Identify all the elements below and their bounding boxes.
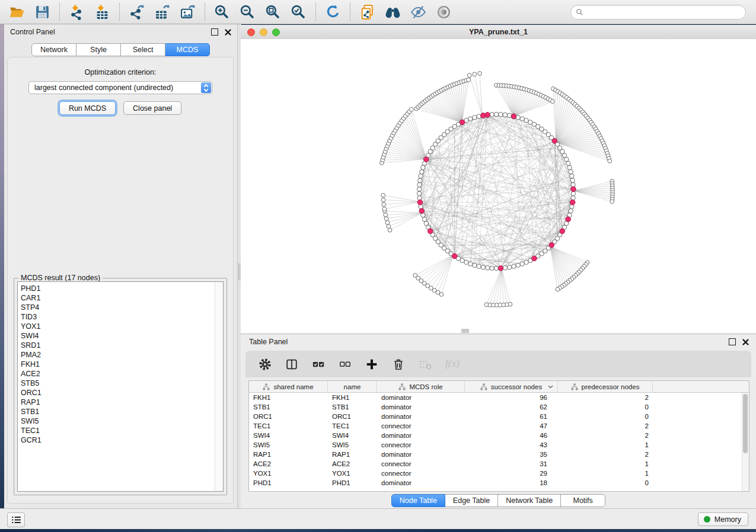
table-row[interactable]: ACE2ACE2connector311 (249, 459, 742, 469)
close-panel-icon[interactable] (225, 29, 231, 36)
close-table-panel-icon[interactable] (742, 339, 749, 345)
column-header-mcds-role[interactable]: MCDS role (377, 381, 465, 392)
table-row[interactable]: PHD1PHD1dominator180 (249, 478, 742, 488)
float-panel-icon[interactable] (211, 28, 218, 36)
maximize-window-icon[interactable] (272, 28, 280, 36)
search-network-icon[interactable] (385, 4, 401, 20)
export-image-icon[interactable] (180, 4, 196, 20)
mcds-result-item[interactable]: TEC1 (18, 426, 223, 435)
cell-successor-nodes: 35 (465, 451, 558, 458)
zoom-selected-icon[interactable] (291, 4, 307, 20)
canvas-scrollbar-handle[interactable] (461, 329, 469, 333)
column-header-predecessor-nodes[interactable]: predecessor nodes (558, 381, 653, 392)
minimize-window-icon[interactable] (260, 28, 267, 36)
mcds-result-item[interactable]: TID3 (18, 312, 223, 322)
tab-network-table[interactable]: Network Table (498, 494, 561, 507)
close-window-icon[interactable] (247, 28, 255, 36)
table-row[interactable]: TEC1TEC1connector472 (249, 421, 742, 431)
cell-mcds-role: dominator (377, 413, 465, 420)
cell-successor-nodes: 43 (465, 441, 558, 448)
mcds-result-item[interactable]: ACE2 (18, 369, 223, 379)
search-input[interactable] (583, 8, 741, 17)
import-network-icon[interactable] (69, 4, 85, 20)
refresh-icon[interactable] (325, 4, 341, 20)
search-box[interactable] (570, 5, 746, 20)
float-table-panel-icon[interactable] (729, 338, 736, 345)
tab-edge-table[interactable]: Edge Table (445, 494, 498, 507)
import-table-icon[interactable] (94, 4, 110, 20)
settings-icon[interactable] (259, 358, 272, 371)
column-layout-icon[interactable] (285, 358, 298, 371)
mcds-result-item[interactable]: ORC1 (18, 388, 223, 398)
table-scrollbar-thumb[interactable] (743, 394, 748, 453)
mcds-result-item[interactable]: PMA2 (18, 350, 223, 360)
table-row[interactable]: STB1STB1dominator620 (249, 402, 742, 412)
mcds-result-item[interactable]: SWI5 (18, 416, 223, 426)
tab-select[interactable]: Select (121, 43, 165, 56)
tab-style[interactable]: Style (76, 43, 121, 56)
close-panel-button[interactable]: Close panel (123, 101, 181, 115)
select-all-columns-icon[interactable] (312, 358, 325, 371)
tab-mcds[interactable]: MCDS (165, 43, 210, 56)
node-table: shared namenameMCDS rolesuccessor nodesp… (248, 380, 749, 492)
table-row[interactable]: RAP1RAP1dominator352 (249, 450, 742, 459)
column-label: shared name (273, 383, 313, 390)
tab-motifs[interactable]: Motifs (561, 494, 605, 507)
column-header-shared-name[interactable]: shared name (249, 381, 328, 392)
zoom-in-icon[interactable] (214, 4, 230, 20)
table-row[interactable]: YOX1YOX1connector291 (249, 469, 742, 478)
table-panel-tabs: Node TableEdge TableNetwork TableMotifs (241, 494, 756, 507)
mcds-result-item[interactable]: STB5 (18, 379, 223, 388)
table-row[interactable]: SWI4SWI4dominator462 (249, 431, 742, 440)
cell-name: STB1 (328, 403, 377, 411)
open-file-icon[interactable] (9, 4, 25, 20)
tab-network[interactable]: Network (31, 43, 76, 56)
toolbar-groups (0, 3, 461, 21)
table-row[interactable]: SWI5SWI5connector431 (249, 440, 742, 450)
mcds-result-list[interactable]: PHD1CAR1STP4TID3YOX1SWI4SRD1PMA2FKH1ACE2… (17, 281, 224, 492)
table-toolbar: f(x) (245, 351, 751, 377)
zoom-fit-icon[interactable] (265, 4, 281, 20)
clone-network-icon[interactable] (359, 4, 375, 20)
cell-predecessor-nodes: 2 (558, 432, 653, 439)
result-list-scrollbar[interactable] (215, 282, 223, 491)
mcds-result-item[interactable]: CAR1 (18, 293, 223, 303)
cell-name: ACE2 (328, 460, 377, 467)
add-column-icon[interactable] (365, 358, 378, 371)
cell-mcds-role: dominator (377, 432, 465, 439)
mcds-result-item[interactable]: SRD1 (18, 341, 223, 350)
zoom-out-icon[interactable] (240, 4, 256, 20)
mcds-result-item[interactable]: YOX1 (18, 322, 223, 331)
mcds-result-item[interactable]: RAP1 (18, 398, 223, 407)
cell-name: RAP1 (328, 451, 377, 458)
mcds-result-item[interactable]: GCR1 (18, 435, 223, 445)
chevron-down-icon[interactable] (548, 385, 553, 389)
hide-graphics-details-icon[interactable] (410, 4, 426, 20)
run-mcds-button[interactable]: Run MCDS (59, 101, 116, 115)
control-panel-header: Control Panel (4, 24, 237, 40)
delete-column-icon[interactable] (392, 358, 405, 371)
cell-shared-name: FKH1 (249, 394, 328, 401)
column-header-successor-nodes[interactable]: successor nodes (465, 381, 558, 392)
network-titlebar[interactable]: YPA_prune.txt_1 (241, 25, 756, 40)
table-row[interactable]: ORC1ORC1dominator610 (249, 412, 742, 421)
column-header-name[interactable]: name (328, 381, 377, 392)
network-canvas[interactable] (241, 39, 756, 334)
memory-button[interactable]: Memory (698, 512, 748, 526)
optimization-criterion-select[interactable]: largest connected component (undirected) (28, 81, 212, 94)
tab-node-table[interactable]: Node Table (391, 494, 445, 507)
mcds-result-item[interactable]: STB1 (18, 407, 223, 416)
cell-shared-name: SWI5 (249, 441, 328, 448)
table-scrollbar[interactable] (742, 393, 749, 491)
mcds-result-item[interactable]: STP4 (18, 303, 223, 312)
task-history-button[interactable] (7, 512, 25, 527)
save-session-icon[interactable] (34, 4, 50, 20)
mcds-result-item[interactable]: PHD1 (18, 284, 223, 293)
show-graphics-details-icon[interactable] (436, 4, 452, 20)
table-row[interactable]: FKH1FKH1dominator962 (249, 393, 742, 402)
export-network-icon[interactable] (129, 4, 145, 20)
unselect-all-columns-icon[interactable] (339, 358, 352, 371)
mcds-result-item[interactable]: FKH1 (18, 360, 223, 369)
export-table-icon[interactable] (154, 4, 170, 20)
mcds-result-item[interactable]: SWI4 (18, 331, 223, 341)
